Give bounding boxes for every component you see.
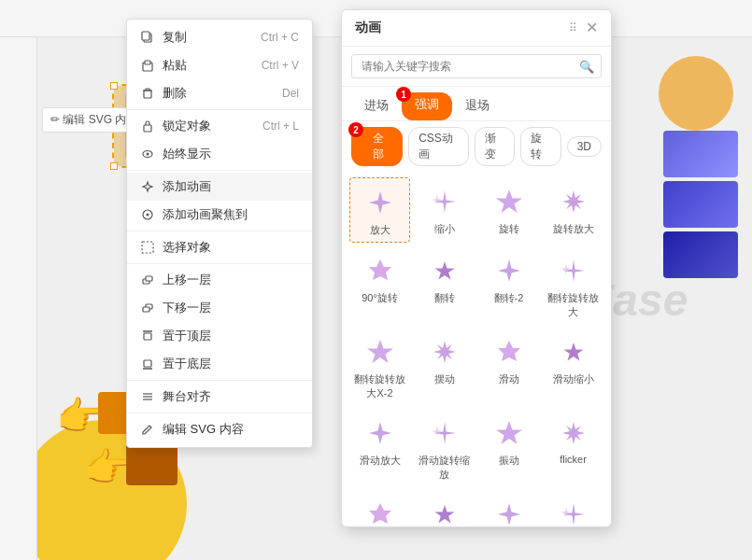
filter-morph[interactable]: 渐变: [475, 127, 515, 166]
animation-panel: 动画 ⠿ ✕ 🔍 进场 1 强调 退场 2 全部 CSS动画 渐变: [341, 9, 612, 527]
anim-cell-spin[interactable]: 旋转: [478, 177, 539, 243]
menu-item-move-down[interactable]: 下移一层: [127, 294, 312, 322]
svg-rect-3: [145, 61, 150, 64]
search-icon: 🔍: [579, 60, 594, 74]
menu-item-move-down-label: 下移一层: [163, 300, 211, 316]
menu-item-to-bottom[interactable]: 置于底层: [127, 350, 312, 378]
anim-cell-label-spin-enlarge: 旋转放大: [553, 222, 594, 236]
menu-item-to-top[interactable]: 置于顶层: [127, 322, 312, 350]
lock-icon: [140, 119, 155, 133]
anim-cell-icon-slide: [492, 335, 526, 369]
left-panel: [0, 37, 37, 560]
anim-cell-icon-shake: [428, 335, 461, 369]
svg-rect-18: [144, 360, 151, 367]
tab-exit[interactable]: 退场: [452, 92, 503, 120]
menu-item-delete-label: 删除: [163, 85, 187, 102]
anim-cell-label-spin-90: 90°旋转: [362, 291, 398, 305]
menu-item-add-anim[interactable]: 添加动画: [127, 173, 312, 201]
align-icon: [140, 389, 155, 404]
anim-cell-label-slide: 滑动: [499, 372, 519, 386]
anim-cell-spin-90[interactable]: 90°旋转: [349, 246, 410, 324]
paste-icon: [140, 58, 155, 73]
anim-cell-slide-shrink[interactable]: 滑动缩小: [543, 328, 603, 405]
menu-item-paste-shortcut: Ctrl + V: [262, 59, 299, 72]
menu-divider-4: [127, 263, 312, 264]
svg-marker-25: [367, 340, 393, 363]
to-bottom-icon: [140, 357, 155, 371]
anim-cell-label-vibrate: 振动: [499, 454, 519, 468]
anim-cell-label-flicker: flicker: [560, 454, 587, 465]
menu-item-delete[interactable]: 删除 Del: [127, 79, 312, 107]
menu-divider-2: [127, 170, 312, 171]
filter-css[interactable]: CSS动画: [408, 127, 469, 166]
svg-point-9: [147, 214, 149, 217]
delete-icon: [140, 86, 155, 101]
anim-cell-icon-slide-shrink: [557, 335, 590, 369]
menu-item-edit-svg[interactable]: 编辑 SVG 内容: [127, 415, 312, 443]
menu-item-copy[interactable]: 复制 Ctrl + C: [127, 23, 312, 51]
anim-cell-flip-2[interactable]: 翻转-2: [478, 246, 539, 324]
filter-all[interactable]: 2 全部: [351, 127, 403, 166]
anim-cell-icon-sway: [363, 497, 397, 526]
menu-item-align[interactable]: 舞台对齐: [127, 383, 312, 411]
anim-panel-title: 动画: [355, 20, 561, 36]
menu-item-lock[interactable]: 锁定对象 Ctrl + L: [127, 112, 312, 140]
svg-rect-1: [142, 32, 149, 40]
menu-item-move-up-label: 上移一层: [163, 272, 211, 288]
anim-search-input[interactable]: [351, 54, 602, 78]
menu-item-to-top-label: 置于顶层: [163, 328, 211, 344]
anim-cell-icon-bounce: [557, 497, 590, 526]
anim-close-button[interactable]: ✕: [586, 21, 598, 35]
svg-rect-5: [144, 125, 151, 132]
anim-cell-label-spin: 旋转: [499, 222, 519, 236]
context-menu: 复制 Ctrl + C 粘贴 Ctrl + V 删除 Del: [126, 19, 313, 448]
svg-rect-4: [144, 91, 151, 98]
anim-cell-label-shrink: 缩小: [434, 222, 455, 236]
anim-cell-shrink[interactable]: 缩小: [414, 177, 475, 243]
anim-search-bar: 🔍: [342, 47, 611, 87]
anim-cell-label-slide-spin-enlarge: 滑动旋转缩放: [418, 454, 471, 482]
anim-cell-enlarge[interactable]: 放大: [349, 177, 410, 243]
anim-cell-bounce[interactable]: 弹跳: [543, 490, 603, 526]
anim-cell-icon-flip: [428, 254, 461, 287]
anim-cell-vibrate[interactable]: 振动: [478, 409, 539, 486]
menu-item-always-show[interactable]: 始终显示: [127, 140, 312, 168]
anim-cell-slide[interactable]: 滑动: [478, 328, 539, 405]
anim-cell-icon-slide-enlarge: [363, 416, 397, 450]
anim-cell-icon-vibrate: [492, 416, 526, 450]
to-top-icon: [140, 329, 155, 343]
svg-rect-12: [146, 276, 152, 281]
menu-item-copy-shortcut: Ctrl + C: [261, 31, 299, 44]
anim-cell-spin-enlarge[interactable]: 旋转放大: [543, 177, 603, 243]
anim-cell-flip-spin-enlarge[interactable]: 翻转旋转放大: [543, 246, 603, 324]
anim-cell-flash[interactable]: 晃动: [478, 490, 539, 526]
anim-cell-label-slide-enlarge: 滑动放大: [360, 454, 401, 468]
menu-item-paste[interactable]: 粘贴 Ctrl + V: [127, 51, 312, 79]
tab-emphasis[interactable]: 1 强调: [402, 92, 452, 120]
anim-cell-icon-spin: [492, 185, 526, 218]
menu-item-move-up[interactable]: 上移一层: [127, 266, 312, 294]
menu-item-select-obj[interactable]: 选择对象: [127, 233, 312, 261]
anim-cell-sway[interactable]: 摇晃: [349, 490, 410, 526]
anim-cell-label-enlarge: 放大: [370, 223, 390, 237]
tab-emphasis-badge: 1: [396, 87, 411, 102]
filter-3d[interactable]: 3D: [567, 136, 602, 157]
anim-cell-icon-enlarge: [363, 186, 397, 219]
anim-cell-slide-enlarge[interactable]: 滑动放大: [349, 409, 410, 486]
menu-item-to-bottom-label: 置于底层: [163, 356, 211, 372]
menu-item-select-obj-label: 选择对象: [163, 239, 211, 256]
menu-divider-3: [127, 231, 312, 231]
filter-rotate[interactable]: 旋转: [520, 127, 560, 166]
anim-drag-handle[interactable]: ⠿: [569, 21, 578, 35]
anim-cell-shake[interactable]: 摆动: [414, 328, 475, 405]
svg-marker-28: [496, 421, 522, 444]
anim-cell-jelly-bounce[interactable]: 果冻弹跳: [414, 490, 475, 526]
anim-cell-slide-spin-enlarge[interactable]: 滑动旋转缩放: [414, 409, 475, 486]
menu-item-lock-shortcut: Ctrl + L: [262, 119, 299, 133]
anim-cell-icon-spin-enlarge: [557, 185, 590, 218]
anim-cell-flicker[interactable]: flicker: [543, 409, 603, 486]
anim-cell-flip[interactable]: 翻转: [414, 246, 475, 324]
anim-cell-flip-spin-x2[interactable]: 翻转旋转放大X-2: [349, 328, 410, 405]
tab-enter[interactable]: 进场: [351, 92, 402, 120]
menu-item-add-anim-focus[interactable]: 添加动画聚焦到: [127, 201, 312, 229]
